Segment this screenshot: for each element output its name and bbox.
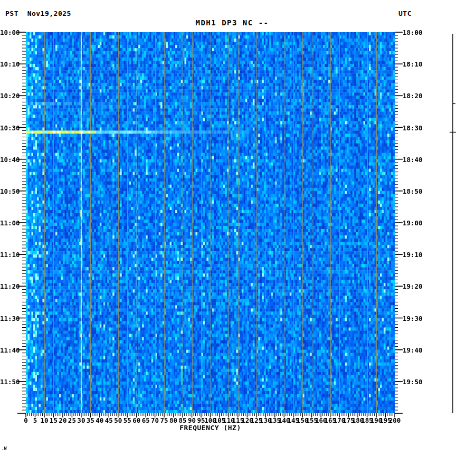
right-time-label: 18:20 <box>403 92 423 100</box>
frequency-tick-label: 80 <box>169 416 177 424</box>
frequency-tick-label: 70 <box>151 416 159 424</box>
frequency-tick-label: 15 <box>50 416 58 424</box>
date-label: Nov19,2025 <box>27 10 71 17</box>
right-time-label: 19:10 <box>403 251 423 259</box>
frequency-tick-label: 55 <box>123 416 131 424</box>
chart-title-line1: MDH1 DP3 NC -- <box>148 18 317 27</box>
timezone-right-label: UTC <box>398 10 412 17</box>
frequency-tick-label: 65 <box>142 416 150 424</box>
frequency-tick-label: 20 <box>59 416 66 424</box>
left-time-label: 10:50 <box>0 187 20 195</box>
frequency-tick-label: 10 <box>40 416 48 424</box>
right-time-label: 18:50 <box>403 187 423 195</box>
frequency-tick-label: 25 <box>68 416 76 424</box>
right-time-label: 18:10 <box>403 60 423 68</box>
right-time-label: 18:00 <box>403 28 423 36</box>
watermark: .W <box>2 446 7 451</box>
left-time-label: 11:40 <box>0 346 20 354</box>
left-time-label: 11:50 <box>0 377 20 385</box>
frequency-tick-label: 60 <box>132 416 140 424</box>
frequency-tick-label: 75 <box>160 416 168 424</box>
left-time-label: 11:20 <box>0 282 20 290</box>
left-time-label: 11:10 <box>0 251 20 259</box>
right-time-label: 19:20 <box>403 282 423 290</box>
right-time-label: 19:30 <box>403 314 423 322</box>
left-time-label: 10:10 <box>0 60 20 68</box>
frequency-tick-label: 90 <box>188 416 196 424</box>
frequency-tick-label: 45 <box>105 416 113 424</box>
left-time-label: 10:40 <box>0 155 20 163</box>
frequency-tick-label: 85 <box>179 416 187 424</box>
frequency-tick-label: 40 <box>96 416 103 424</box>
left-time-label: 11:00 <box>0 219 20 227</box>
timezone-left-label: PST <box>5 10 18 17</box>
spectrogram-page: PST Nov19,2025 MDH1 DP3 NC -- (Mammoth D… <box>0 0 476 456</box>
right-time-label: 19:00 <box>403 219 423 227</box>
spectrogram-canvas <box>26 32 395 413</box>
frequency-tick-label: 35 <box>87 416 94 424</box>
frequency-tick-label: 0 <box>24 416 28 424</box>
header-spacer <box>18 10 27 17</box>
right-time-label: 18:30 <box>403 124 423 131</box>
right-time-label: 19:50 <box>403 377 423 385</box>
left-time-label: 10:20 <box>0 92 20 100</box>
x-axis-title: FREQUENCY (HZ) <box>26 424 395 432</box>
right-time-label: 19:40 <box>403 346 423 354</box>
left-time-label: 10:00 <box>0 28 20 36</box>
frequency-tick-label: 50 <box>114 416 122 424</box>
frequency-tick-label: 30 <box>77 416 85 424</box>
frequency-tick-label: 5 <box>33 416 37 424</box>
right-time-label: 18:40 <box>403 155 423 163</box>
left-time-label: 10:30 <box>0 124 20 131</box>
left-time-label: 11:30 <box>0 314 20 322</box>
header-left: PST Nov19,2025 <box>5 10 71 17</box>
frequency-tick-label: 200 <box>389 416 401 424</box>
